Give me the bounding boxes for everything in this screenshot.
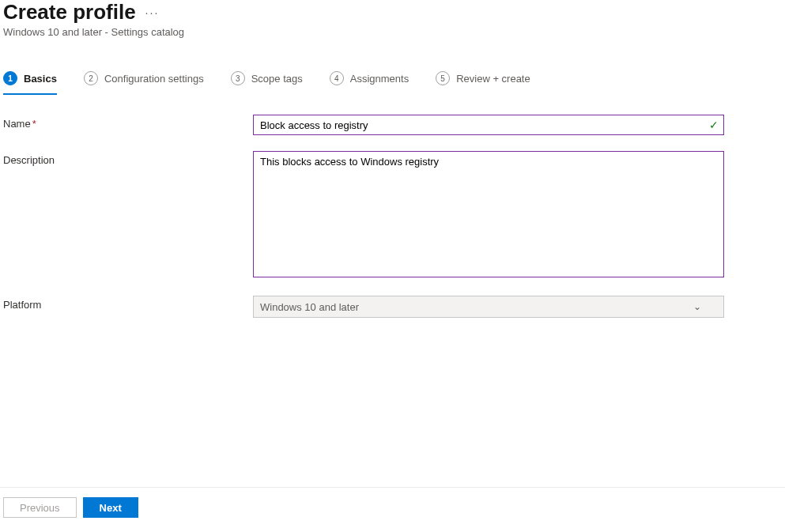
tab-label: Scope tags <box>251 73 303 85</box>
tab-review-create[interactable]: 5 Review + create <box>436 66 530 95</box>
page-title: Create profile <box>3 0 136 25</box>
tab-configuration-settings[interactable]: 2 Configuration settings <box>84 66 204 95</box>
platform-value: Windows 10 and later <box>260 301 359 313</box>
previous-button: Previous <box>3 497 77 518</box>
platform-label: Platform <box>3 296 253 311</box>
tab-label: Assignments <box>350 73 409 85</box>
wizard-tabs: 1 Basics 2 Configuration settings 3 Scop… <box>0 66 785 96</box>
name-input[interactable] <box>253 115 724 135</box>
step-number-icon: 5 <box>436 71 450 85</box>
step-number-icon: 2 <box>84 71 98 85</box>
tab-label: Basics <box>24 73 57 85</box>
description-label: Description <box>3 151 253 166</box>
next-button[interactable]: Next <box>83 497 138 518</box>
platform-select: Windows 10 and later ⌄ <box>253 296 724 318</box>
tab-label: Review + create <box>456 73 530 85</box>
tab-label: Configuration settings <box>104 73 204 85</box>
tab-assignments[interactable]: 4 Assignments <box>330 66 409 95</box>
description-input[interactable] <box>253 151 724 277</box>
name-label: Name* <box>3 115 253 130</box>
step-number-icon: 3 <box>231 71 245 85</box>
more-actions-icon[interactable]: ··· <box>145 6 160 19</box>
tab-scope-tags[interactable]: 3 Scope tags <box>231 66 303 95</box>
tab-basics[interactable]: 1 Basics <box>3 66 57 95</box>
step-number-icon: 4 <box>330 71 344 85</box>
subtitle: Windows 10 and later - Settings catalog <box>3 26 782 38</box>
chevron-down-icon: ⌄ <box>693 301 701 312</box>
step-number-icon: 1 <box>3 71 17 85</box>
check-icon: ✓ <box>709 119 719 131</box>
required-indicator: * <box>32 118 36 130</box>
